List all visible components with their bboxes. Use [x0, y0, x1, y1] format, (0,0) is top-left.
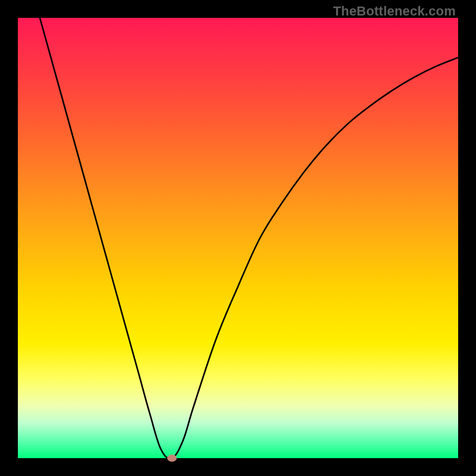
chart-frame: TheBottleneck.com — [0, 0, 476, 476]
curve-svg — [18, 18, 458, 458]
watermark-text: TheBottleneck.com — [333, 4, 456, 19]
trough-marker — [167, 455, 177, 462]
plot-area — [18, 18, 458, 458]
bottleneck-curve — [40, 18, 458, 459]
